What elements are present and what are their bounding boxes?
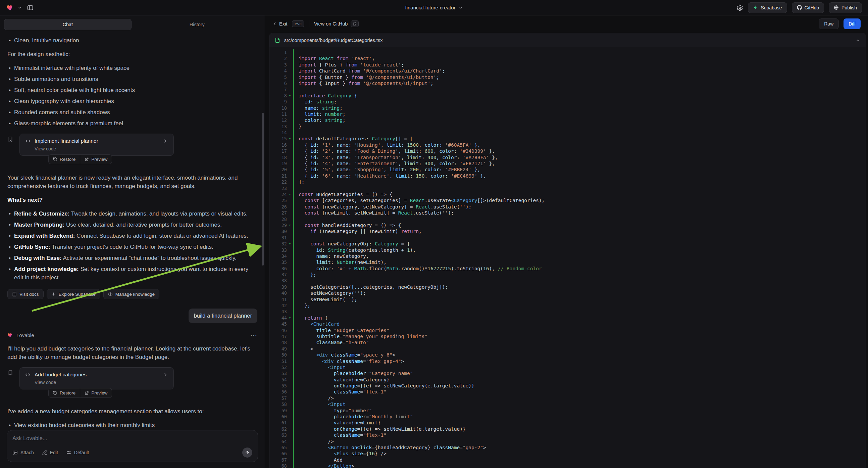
- code-line: 34 name: newCategory,: [270, 253, 866, 259]
- message-menu-button[interactable]: ⋯: [250, 331, 257, 339]
- file-header[interactable]: src/components/budget/BudgetCategories.t…: [270, 33, 866, 47]
- chat-input[interactable]: [12, 435, 252, 441]
- explore-supabase-button[interactable]: Explore Supabase: [46, 289, 100, 299]
- code-text: onChange={(e) => setNewCategory(e.target…: [293, 383, 866, 389]
- line-number: 38: [270, 277, 287, 284]
- gutter-spacer: [287, 401, 293, 407]
- code-text: ];: [293, 179, 866, 185]
- raw-toggle-button[interactable]: Raw: [819, 19, 839, 29]
- attach-button[interactable]: Attach: [12, 450, 34, 455]
- exit-button[interactable]: Exit: [273, 21, 287, 27]
- manage-knowledge-button[interactable]: Manage knowledge: [103, 289, 159, 299]
- code-line: 4import ChartCard from '@/components/ui/…: [270, 68, 866, 74]
- line-number: 24: [270, 192, 287, 197]
- code-text: setNewLimit('');: [293, 296, 866, 302]
- project-selector[interactable]: financial-future-creator: [405, 5, 463, 10]
- line-number: 66: [270, 450, 287, 457]
- code-text: value={newCategory}: [293, 377, 866, 383]
- code-text: onChange={(e) => setNewLimit(e.target.va…: [293, 426, 866, 432]
- tool-card[interactable]: Implement financial plannerView code: [20, 134, 174, 156]
- external-link-icon: [353, 22, 356, 26]
- tab-history[interactable]: History: [133, 19, 261, 30]
- code-editor[interactable]: 12import React from 'react';3import { Pl…: [270, 47, 866, 468]
- gear-icon[interactable]: [737, 4, 743, 11]
- external-link-icon: [85, 391, 89, 395]
- code-text: <Plus size={16} />: [293, 450, 866, 457]
- section-heading: What's next?: [7, 196, 257, 204]
- mode-select[interactable]: Default: [66, 450, 89, 455]
- bookmark-icon[interactable]: [7, 370, 13, 376]
- code-text: placeholder="Category name": [293, 370, 866, 376]
- code-line: 22];: [270, 179, 866, 185]
- code-line: 41 setNewLimit('');: [270, 296, 866, 302]
- chat-message-list: Clean, intuitive navigationFor the desig…: [0, 32, 265, 428]
- gutter-spacer: [287, 253, 293, 259]
- code-line: 37 };: [270, 272, 866, 277]
- gutter-spacer: [287, 346, 293, 352]
- code-text: { id: '4', name: 'Entertainment', limit:…: [293, 160, 866, 167]
- code-text: return (: [293, 315, 866, 321]
- view-on-github-link[interactable]: View on GitHub: [314, 21, 359, 27]
- esc-shortcut-badge: esc: [292, 21, 304, 27]
- lovable-logo-icon[interactable]: [6, 4, 14, 11]
- code-line: 51 <div className="flex gap-4">: [270, 358, 866, 364]
- fold-marker-icon[interactable]: ▾: [287, 136, 293, 142]
- fold-marker-icon[interactable]: ▾: [287, 222, 293, 228]
- gutter-spacer: [287, 284, 293, 290]
- view-code-link[interactable]: View code: [35, 146, 168, 151]
- code-text: };: [293, 302, 866, 309]
- gutter-spacer: [287, 167, 293, 173]
- fold-marker-icon[interactable]: ▾: [287, 315, 293, 321]
- preview-button[interactable]: Preview: [80, 155, 112, 164]
- code-text: <Button onClick={handleAddCategory} clas…: [293, 444, 866, 450]
- bullet-strong: Expand with Backend:: [14, 233, 75, 239]
- fold-marker-icon[interactable]: ▾: [287, 93, 293, 99]
- line-number: 51: [270, 358, 287, 364]
- button-label: Preview: [91, 390, 107, 396]
- restore-button[interactable]: Restore: [49, 155, 80, 164]
- visit-docs-button[interactable]: Visit docs: [7, 289, 43, 299]
- code-text: <Input: [293, 401, 866, 407]
- button-label: Explore Supabase: [59, 292, 96, 297]
- code-line: 21 { id: '6', name: 'Healthcare', limit:…: [270, 173, 866, 179]
- preview-button[interactable]: Preview: [80, 388, 112, 398]
- code-line: 60 placeholder="Monthly limit": [270, 414, 866, 420]
- line-number: 2: [270, 55, 287, 61]
- code-line: 64 />: [270, 438, 866, 444]
- gutter-spacer: [287, 414, 293, 420]
- line-number: 21: [270, 173, 287, 179]
- code-text: type="number": [293, 408, 866, 414]
- view-code-link[interactable]: View code: [35, 380, 168, 385]
- gutter-spacer: [287, 173, 293, 179]
- tool-card[interactable]: Add budget categoriesView code: [20, 367, 174, 389]
- line-number: 44: [270, 315, 287, 321]
- bookmark-icon[interactable]: [7, 136, 13, 142]
- send-button[interactable]: [242, 447, 252, 458]
- code-text: import ChartCard from '@/components/ui/C…: [293, 68, 866, 74]
- divider: [309, 21, 309, 27]
- publish-button[interactable]: Publish: [829, 2, 862, 13]
- github-button[interactable]: GitHub: [792, 2, 825, 13]
- line-number: 60: [270, 414, 287, 420]
- restore-button[interactable]: Restore: [49, 388, 80, 398]
- quick-actions-row: Visit docsExplore SupabaseManage knowled…: [7, 289, 257, 299]
- fold-marker-icon[interactable]: ▾: [287, 192, 293, 197]
- bullet-strong: Add project knowledge:: [14, 266, 79, 272]
- code-text: [293, 235, 866, 241]
- gutter-spacer: [287, 444, 293, 450]
- chevron-down-icon[interactable]: [18, 5, 22, 10]
- code-line: 10 name: string;: [270, 105, 866, 111]
- fold-marker-icon[interactable]: ▾: [287, 241, 293, 247]
- line-number: 63: [270, 432, 287, 438]
- sidebar-toggle-icon[interactable]: [27, 4, 34, 11]
- code-line: 36 color: '#' + Math.floor(Math.random()…: [270, 266, 866, 272]
- edit-button[interactable]: Edit: [42, 450, 58, 455]
- tab-chat[interactable]: Chat: [4, 19, 131, 30]
- code-line: 3import { Plus } from 'lucide-react';: [270, 62, 866, 68]
- supabase-button[interactable]: Supabase: [748, 2, 787, 13]
- chevron-up-icon[interactable]: [856, 38, 860, 42]
- diff-toggle-button[interactable]: Diff: [843, 19, 861, 29]
- code-text: <div className="space-y-6">: [293, 352, 866, 358]
- chat-scrollbar[interactable]: [262, 113, 264, 266]
- code-text: const [newLimit, setNewLimit] = React.us…: [293, 210, 866, 216]
